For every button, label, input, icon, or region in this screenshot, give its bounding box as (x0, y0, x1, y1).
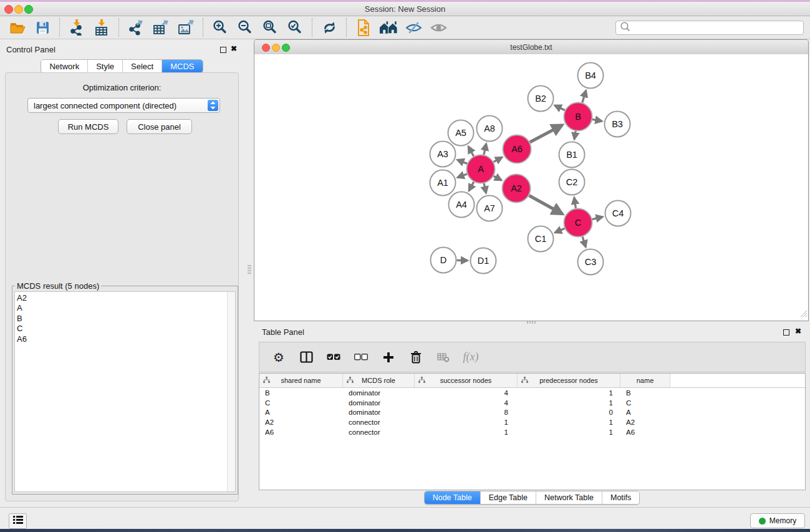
graph-edge-A6-B[interactable] (530, 125, 562, 142)
table-cell[interactable]: connector (343, 418, 415, 426)
graph-edge-B-B4[interactable] (582, 90, 586, 102)
search-input[interactable] (633, 22, 803, 32)
graph-node-A5[interactable]: A5 (448, 120, 474, 146)
deselect-all-icon[interactable] (353, 349, 369, 365)
network-graph[interactable]: AA1A2A3A4A5A6A7A8BB1B2B3B4CC1C2C3C4DD1 (254, 54, 808, 321)
table-cell[interactable]: 0 (518, 409, 620, 416)
save-icon[interactable] (33, 18, 52, 37)
graph-edge-A-A5[interactable] (468, 147, 474, 156)
graph-node-A3[interactable]: A3 (430, 142, 456, 167)
graph-edge-A-A3[interactable] (457, 160, 467, 163)
table-row[interactable]: Cdominator41C (259, 398, 805, 408)
table-cell[interactable]: A (620, 409, 670, 416)
home-icon[interactable] (379, 18, 398, 37)
mcds-result-item[interactable]: A6 (17, 334, 225, 344)
table-cell[interactable]: A2 (620, 418, 670, 426)
horizontal-splitter-grip[interactable] (527, 321, 537, 324)
table-cell[interactable]: dominator (343, 389, 415, 397)
refresh-icon[interactable] (320, 18, 339, 37)
table-cell[interactable]: A2 (259, 418, 343, 426)
graph-node-C2[interactable]: C2 (559, 170, 585, 195)
column-layout-icon[interactable] (298, 349, 314, 365)
graph-edge-C-C4[interactable] (592, 217, 603, 220)
delete-icon[interactable] (408, 349, 424, 365)
zoom-fit-icon[interactable] (261, 18, 279, 37)
graph-edge-B-B1[interactable] (574, 131, 576, 139)
tab-node-table[interactable]: Node Table (425, 491, 480, 504)
graph-edge-A-A2[interactable] (494, 176, 502, 180)
table-cell[interactable]: 4 (415, 399, 518, 407)
table-row[interactable]: A2connector11A2 (259, 417, 805, 427)
tab-network[interactable]: Network (41, 60, 87, 72)
mcds-result-item[interactable]: A (17, 303, 225, 313)
table-cell[interactable]: 1 (415, 418, 518, 426)
zoom-selected-icon[interactable] (286, 18, 304, 37)
graph-node-B[interactable]: B (564, 103, 592, 131)
graph-node-A4[interactable]: A4 (449, 192, 475, 218)
export-network-icon[interactable] (127, 18, 145, 37)
graph-node-C3[interactable]: C3 (578, 249, 604, 275)
export-image-icon[interactable] (176, 18, 195, 37)
mcds-result-item[interactable]: A2 (17, 293, 225, 303)
memory-button[interactable]: Memory (750, 513, 805, 528)
network-canvas[interactable]: AA1A2A3A4A5A6A7A8BB1B2B3B4CC1C2C3C4DD1 (254, 54, 808, 321)
zoom-in-icon[interactable] (211, 18, 229, 37)
eye-icon[interactable] (429, 18, 448, 37)
graph-edge-A-A7[interactable] (484, 183, 486, 193)
graph-edge-C-C1[interactable] (555, 228, 564, 233)
table-cell[interactable]: 4 (415, 389, 518, 397)
resize-grip-icon[interactable] (799, 309, 808, 320)
close-icon[interactable]: ✖ (231, 44, 237, 53)
float-window-icon[interactable] (220, 47, 226, 53)
graph-edge-A2-C[interactable] (529, 195, 562, 214)
table-cell[interactable]: A (259, 409, 343, 416)
search-field[interactable] (615, 21, 804, 35)
table-cell[interactable]: C (620, 399, 670, 407)
tab-edge-table[interactable]: Edge Table (480, 491, 536, 504)
table-cell[interactable]: dominator (343, 409, 415, 416)
table-cell[interactable]: 1 (518, 428, 620, 436)
graph-edge-A-A1[interactable] (458, 174, 467, 177)
table-cell[interactable]: 1 (518, 399, 620, 407)
close-icon[interactable]: ✖ (795, 327, 801, 336)
float-window-icon[interactable] (783, 329, 789, 336)
graph-node-D1[interactable]: D1 (471, 248, 496, 274)
close-panel-button[interactable]: Close panel (127, 119, 192, 134)
mcds-result-item[interactable]: C (17, 324, 225, 334)
table-cell[interactable]: 1 (518, 418, 620, 426)
graph-node-A[interactable]: A (467, 155, 495, 183)
tab-mcds[interactable]: MCDS (162, 60, 202, 72)
select-all-icon[interactable] (325, 349, 342, 365)
table-cell[interactable]: A6 (620, 428, 670, 436)
table-cell[interactable]: C (259, 399, 343, 407)
import-table-icon[interactable] (92, 18, 111, 37)
export-table-icon[interactable] (152, 18, 170, 37)
graph-edge-B-B3[interactable] (592, 119, 602, 121)
graph-node-C4[interactable]: C4 (605, 201, 631, 226)
column-header-name[interactable]: name (620, 374, 670, 387)
graph-node-B3[interactable]: B3 (605, 112, 630, 137)
table-cell[interactable]: dominator (343, 399, 415, 407)
graph-edge-A-A6[interactable] (494, 157, 503, 162)
table-cell[interactable]: 1 (415, 428, 518, 436)
table-body[interactable]: Bdominator41BCdominator41CAdominator80AA… (259, 388, 805, 437)
graph-node-D[interactable]: D (431, 248, 456, 273)
table-row[interactable]: Bdominator41B (259, 388, 805, 398)
graph-node-B2[interactable]: B2 (528, 86, 554, 112)
run-mcds-button[interactable]: Run MCDS (58, 119, 118, 134)
import-network-icon[interactable] (67, 18, 86, 37)
graph-edge-A-A8[interactable] (484, 144, 486, 155)
graph-node-B1[interactable]: B1 (559, 142, 585, 168)
open-folder-icon[interactable] (8, 18, 27, 37)
task-history-button[interactable] (9, 513, 27, 529)
table-cell[interactable]: 8 (415, 409, 518, 416)
table-cell[interactable]: B (620, 389, 670, 397)
vertical-splitter-grip[interactable] (248, 265, 251, 275)
mcds-result-item[interactable]: B (17, 314, 225, 324)
graph-edge-A-A4[interactable] (469, 182, 474, 191)
column-header-predecessor-nodes[interactable]: predecessor nodes (518, 374, 620, 387)
hide-eye-icon[interactable] (404, 18, 423, 37)
graph-node-C[interactable]: C (564, 209, 592, 237)
table-row[interactable]: Adominator80A (259, 408, 805, 418)
function-builder-icon[interactable]: f(x) (463, 349, 479, 365)
